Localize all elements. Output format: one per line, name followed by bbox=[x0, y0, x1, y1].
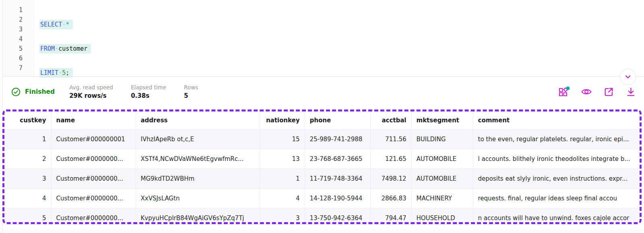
cell-nationkey[interactable]: 13 bbox=[260, 149, 305, 169]
check-circle-icon bbox=[11, 87, 21, 97]
query-status-bar: Finished Avg. read speed 29K rows/s Elap… bbox=[3, 77, 644, 107]
cell-mktsegment[interactable]: BUILDING bbox=[411, 129, 473, 149]
metric-label: Elapsed time bbox=[131, 84, 166, 91]
cell-comment[interactable]: l accounts. blithely ironic theodolites … bbox=[473, 149, 640, 169]
results-table-container[interactable]: custkey name address nationkey phone acc… bbox=[2, 109, 642, 224]
line-number: 1 bbox=[3, 5, 34, 15]
cell-acctbal[interactable]: 7498.12 bbox=[370, 169, 411, 188]
cell-acctbal[interactable]: 2866.83 bbox=[370, 188, 411, 208]
column-header-mktsegment[interactable]: mktsegment bbox=[411, 111, 473, 129]
line-number: 3 bbox=[3, 25, 34, 34]
metric-rows: Rows 5 bbox=[184, 84, 198, 99]
cell-name[interactable]: Customer#0000000... bbox=[51, 149, 136, 169]
table-row: 5 Customer#0000000... KvpyuHCplrB84WgAiG… bbox=[4, 208, 640, 224]
cell-comment[interactable]: requests. final, regular ideas sleep fin… bbox=[473, 188, 640, 208]
line-number: 6 bbox=[3, 54, 34, 63]
cell-phone[interactable]: 11-719-748-3364 bbox=[305, 169, 370, 188]
result-actions-toolbar bbox=[559, 86, 636, 97]
cell-mktsegment[interactable]: AUTOMOBILE bbox=[411, 149, 473, 169]
column-header-comment[interactable]: comment bbox=[473, 111, 640, 129]
cell-address[interactable]: MG9kdTD2WBHm bbox=[136, 169, 260, 188]
bottom-divider bbox=[3, 230, 644, 231]
sql-keyword: FROM bbox=[40, 45, 55, 52]
cell-address[interactable]: IVhzIApeRb ot,c,E bbox=[136, 129, 260, 149]
eye-icon bbox=[581, 87, 592, 97]
cell-phone[interactable]: 14-128-190-5944 bbox=[305, 188, 370, 208]
cell-phone[interactable]: 23-768-687-3665 bbox=[305, 149, 370, 169]
cell-nationkey[interactable]: 4 bbox=[260, 188, 305, 208]
metric-value: 5 bbox=[184, 92, 198, 99]
cell-name[interactable]: Customer#000000001 bbox=[51, 129, 136, 149]
cell-acctbal[interactable]: 794.47 bbox=[370, 208, 411, 224]
cell-address[interactable]: XSTf4,NCwDVaWNe6tEgvwfmRc... bbox=[136, 149, 260, 169]
table-row: 3 Customer#0000000... MG9kdTD2WBHm 1 11-… bbox=[4, 169, 640, 188]
column-header-nationkey[interactable]: nationkey bbox=[260, 111, 305, 129]
download-icon bbox=[626, 87, 636, 97]
cell-name[interactable]: Customer#0000000... bbox=[51, 169, 136, 188]
cell-acctbal[interactable]: 711.56 bbox=[370, 129, 411, 149]
cell-nationkey[interactable]: 15 bbox=[260, 129, 305, 149]
cell-mktsegment[interactable]: AUTOMOBILE bbox=[411, 169, 473, 188]
cell-comment[interactable]: to the even, regular platelets. regular,… bbox=[473, 129, 640, 149]
sql-number: 5 bbox=[62, 69, 66, 76]
preview-button[interactable] bbox=[581, 86, 592, 97]
line-number: 5 bbox=[3, 44, 34, 54]
cell-comment[interactable]: n accounts will have to unwind. foxes ca… bbox=[473, 208, 640, 224]
column-header-custkey[interactable]: custkey bbox=[4, 111, 51, 129]
sql-identifier: customer bbox=[58, 45, 87, 52]
cell-comment[interactable]: deposits eat slyly ironic, even instruct… bbox=[473, 169, 640, 188]
cell-name[interactable]: Customer#0000000... bbox=[51, 188, 136, 208]
line-number: 7 bbox=[3, 63, 34, 73]
column-header-phone[interactable]: phone bbox=[305, 111, 370, 129]
cell-phone[interactable]: 13-750-942-6364 bbox=[305, 208, 370, 224]
metric-elapsed-time: Elapsed time 0.38s bbox=[131, 84, 166, 99]
cell-phone[interactable]: 25-989-741-2988 bbox=[305, 129, 370, 149]
metric-value: 29K rows/s bbox=[69, 92, 113, 99]
cell-nationkey[interactable]: 3 bbox=[260, 208, 305, 224]
notification-dot bbox=[566, 87, 570, 90]
cell-acctbal[interactable]: 121.65 bbox=[370, 149, 411, 169]
open-in-new-window-button[interactable] bbox=[603, 86, 614, 97]
results-view-button[interactable] bbox=[559, 86, 570, 97]
line-number: 2 bbox=[3, 15, 34, 25]
metric-read-speed: Avg. read speed 29K rows/s bbox=[69, 84, 113, 99]
code-line: FROM·customer bbox=[40, 44, 91, 54]
code-line: SELECT·* bbox=[40, 20, 91, 29]
metric-label: Avg. read speed bbox=[69, 84, 113, 91]
cell-mktsegment[interactable]: HOUSEHOLD bbox=[411, 208, 473, 224]
table-header-row: custkey name address nationkey phone acc… bbox=[4, 111, 640, 129]
download-results-button[interactable] bbox=[625, 86, 636, 97]
cell-address[interactable]: KvpyuHCplrB84WgAiGV6sYpZq7Tj bbox=[136, 208, 260, 224]
metric-label: Rows bbox=[184, 84, 198, 91]
column-header-name[interactable]: name bbox=[51, 111, 136, 129]
status-finished-label: Finished bbox=[25, 88, 55, 95]
column-header-address[interactable]: address bbox=[136, 111, 260, 129]
sql-keyword: SELECT bbox=[40, 21, 62, 28]
query-status: Finished bbox=[11, 87, 55, 97]
cell-custkey[interactable]: 2 bbox=[4, 149, 51, 169]
whitespace-dot: · bbox=[62, 21, 66, 28]
table-row: 1 Customer#000000001 IVhzIApeRb ot,c,E 1… bbox=[4, 129, 640, 149]
whitespace-dot: · bbox=[55, 45, 58, 52]
table-row: 2 Customer#0000000... XSTf4,NCwDVaWNe6tE… bbox=[4, 149, 640, 169]
whitespace-dot: · bbox=[58, 69, 62, 76]
sql-editor[interactable]: 1 2 3 4 5 6 7 SELECT·* FROM·customer LIM… bbox=[3, 0, 644, 76]
cell-custkey[interactable]: 3 bbox=[4, 169, 51, 188]
cell-custkey[interactable]: 1 bbox=[4, 129, 51, 149]
sql-keyword: LIMIT bbox=[40, 69, 58, 76]
column-header-acctbal[interactable]: acctbal bbox=[370, 111, 411, 129]
open-external-icon bbox=[604, 87, 614, 97]
metric-value: 0.38s bbox=[131, 92, 166, 99]
editor-gutter: 1 2 3 4 5 6 7 bbox=[3, 0, 34, 76]
line-number: 4 bbox=[3, 34, 34, 44]
cell-mktsegment[interactable]: MACHINERY bbox=[411, 188, 473, 208]
results-table: custkey name address nationkey phone acc… bbox=[4, 111, 640, 224]
query-metrics: Avg. read speed 29K rows/s Elapsed time … bbox=[69, 84, 198, 99]
cell-custkey[interactable]: 4 bbox=[4, 188, 51, 208]
cell-custkey[interactable]: 5 bbox=[4, 208, 51, 224]
cell-address[interactable]: XxVSJsLAGtn bbox=[136, 188, 260, 208]
sql-punctuation: ; bbox=[66, 69, 69, 76]
cell-nationkey[interactable]: 1 bbox=[260, 169, 305, 188]
cell-name[interactable]: Customer#0000000... bbox=[51, 208, 136, 224]
table-row: 4 Customer#0000000... XxVSJsLAGtn 4 14-1… bbox=[4, 188, 640, 208]
